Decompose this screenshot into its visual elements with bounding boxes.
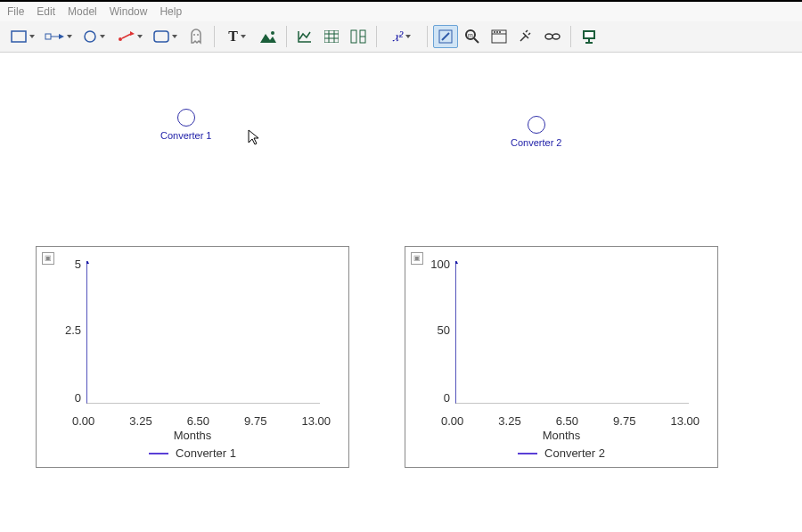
image-icon	[260, 30, 276, 43]
menu-file[interactable]: File	[7, 5, 24, 18]
circle-icon	[83, 29, 97, 44]
flow-tool[interactable]	[41, 25, 75, 48]
plug-icon	[518, 29, 534, 44]
table-icon	[324, 30, 339, 43]
chart-2-ytick-max: 100	[414, 258, 450, 271]
text-tool[interactable]: T	[220, 25, 254, 48]
text-icon: T	[228, 29, 238, 45]
converter-circle-icon	[177, 109, 195, 127]
monitor-icon	[581, 29, 597, 45]
chevron-down-icon	[172, 35, 177, 38]
xtick: 0.00	[72, 414, 94, 428]
numeric-tool[interactable]	[346, 25, 371, 48]
xtick: 13.00	[301, 414, 331, 428]
svg-point-28	[494, 31, 495, 33]
edit-mode-tool[interactable]	[433, 25, 458, 48]
rect-icon	[11, 30, 27, 43]
svg-point-30	[499, 31, 501, 33]
module-tool[interactable]	[148, 25, 182, 48]
ghost-tool[interactable]	[184, 25, 209, 48]
cursor-icon	[248, 129, 262, 147]
svg-rect-0	[12, 31, 26, 42]
table-tool[interactable]	[319, 25, 344, 48]
chevron-down-icon	[137, 35, 143, 38]
toolbar-separator	[214, 26, 215, 47]
menu-help[interactable]: Help	[160, 5, 182, 18]
chart-2-ytick-mid: 50	[414, 323, 450, 337]
chart-2-xlabel: Months	[405, 429, 717, 442]
chart-2-ytick-min: 0	[414, 391, 450, 405]
graph-tool[interactable]	[292, 25, 317, 48]
chart-1-xticks: 0.00 3.25 6.50 9.75 13.00	[72, 414, 331, 428]
model-canvas[interactable]: Converter 1 Converter 2 ▣ 5 2.5 0 0.00 3…	[0, 53, 802, 531]
find-tool[interactable]: m	[460, 25, 485, 48]
svg-rect-13	[324, 30, 339, 43]
rounded-rect-icon	[153, 30, 169, 43]
svg-line-22	[442, 33, 449, 40]
menu-window[interactable]: Window	[110, 5, 148, 18]
converter-2[interactable]: Converter 2	[511, 116, 561, 148]
svg-point-5	[119, 37, 122, 41]
flow-icon	[45, 30, 64, 43]
graphics-tool[interactable]	[256, 25, 281, 48]
toolbar: T	[0, 21, 802, 52]
svg-point-29	[496, 31, 498, 33]
converter-circle-icon	[528, 116, 545, 134]
xtick: 0.00	[441, 414, 463, 428]
chart-2-legend-label: Converter 2	[544, 446, 605, 460]
svg-point-12	[271, 31, 274, 35]
xtick: 6.50	[556, 414, 578, 428]
svg-text:m: m	[468, 32, 473, 38]
chart-1-ytick-min: 0	[45, 391, 81, 405]
panel-tool[interactable]	[487, 25, 511, 48]
chart-1[interactable]: ▣ 5 2.5 0 0.00 3.25 6.50 9.75 13.00 Mont…	[36, 246, 349, 468]
equation-tool[interactable]: 𝑥²	[382, 25, 421, 48]
chart-1-legend: Converter 1	[37, 446, 348, 460]
xtick: 3.25	[129, 414, 151, 428]
svg-marker-3	[59, 34, 64, 39]
svg-point-4	[85, 31, 95, 42]
chart-1-xlabel: Months	[37, 429, 348, 442]
converter-1[interactable]: Converter 1	[160, 109, 211, 141]
svg-line-24	[474, 38, 479, 43]
svg-marker-36	[86, 261, 89, 264]
menu-model[interactable]: Model	[68, 5, 97, 18]
converter-1-label: Converter 1	[160, 130, 211, 141]
chart-2-legend: Converter 2	[405, 446, 717, 460]
xtick: 9.75	[613, 414, 635, 428]
svg-line-6	[122, 34, 131, 38]
chart-1-ytick-mid: 2.5	[45, 323, 81, 337]
chart-1-legend-label: Converter 1	[176, 446, 236, 460]
xtick: 6.50	[187, 414, 209, 428]
window-icon	[491, 29, 507, 44]
link-tool[interactable]	[540, 25, 565, 48]
equation-icon: 𝑥²	[393, 29, 404, 45]
connector-tool[interactable]	[112, 25, 146, 48]
xtick: 9.75	[244, 414, 266, 428]
stock-tool[interactable]	[5, 25, 39, 48]
link-icon	[544, 31, 561, 42]
chart-2[interactable]: ▣ 100 50 0 0.00 3.25 6.50 9.75 13.00 Mon…	[405, 246, 718, 468]
chevron-down-icon	[67, 35, 72, 38]
chart-2-axes	[455, 261, 689, 404]
connector-icon	[117, 30, 135, 43]
probe-tool[interactable]	[513, 25, 538, 48]
chart-2-xticks: 0.00 3.25 6.50 9.75 13.00	[441, 414, 700, 428]
pencil-box-icon	[438, 29, 453, 44]
svg-point-10	[197, 34, 199, 36]
svg-rect-32	[585, 32, 593, 37]
xtick: 3.25	[498, 414, 520, 428]
chevron-down-icon	[100, 35, 105, 38]
converter-2-label: Converter 2	[511, 137, 561, 148]
converter-tool[interactable]	[77, 25, 110, 48]
toolbar-separator	[427, 26, 428, 47]
xtick: 13.00	[670, 414, 700, 428]
menu-edit[interactable]: Edit	[37, 5, 55, 18]
numeric-icon	[350, 29, 366, 44]
chevron-down-icon	[405, 35, 411, 38]
legend-swatch	[149, 453, 168, 454]
svg-rect-18	[351, 30, 356, 43]
svg-marker-11	[260, 34, 276, 43]
presentation-tool[interactable]	[577, 25, 602, 48]
legend-swatch	[518, 453, 537, 454]
